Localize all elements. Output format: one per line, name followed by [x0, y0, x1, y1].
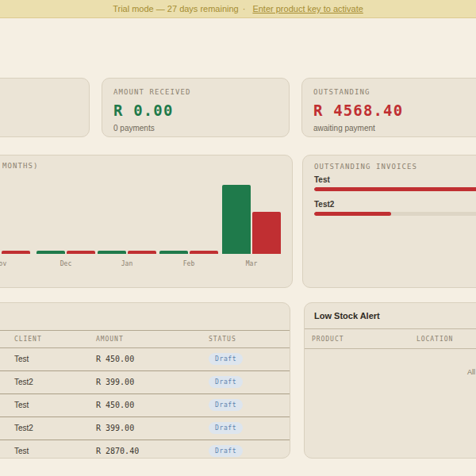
- low-stock-empty-text: All: [467, 368, 475, 376]
- invoice-progress-track: [314, 187, 476, 191]
- x-axis-label: Jan: [121, 260, 132, 267]
- bar-expenses-Jan: [128, 251, 156, 254]
- low-stock-panel: Low Stock Alert PRODUCT LOCATION All: [304, 302, 476, 459]
- bar-income-Mar: [222, 185, 251, 254]
- cashflow-chart-plot: NovDecJanFebMar: [0, 155, 292, 287]
- bar-expenses-Mar: [252, 212, 281, 254]
- cell-client: Test2: [14, 424, 33, 432]
- low-stock-title: Low Stock Alert: [314, 311, 380, 321]
- divider: [305, 328, 476, 329]
- status-badge: Draft: [209, 353, 243, 365]
- cell-amount: R 450.00: [96, 401, 134, 409]
- activate-link[interactable]: Enter product key to activate: [252, 4, 363, 13]
- outstanding-label: OUTSTANDING: [313, 88, 476, 96]
- column-header-status: STATUS: [209, 336, 236, 343]
- table-row[interactable]: Test2R 399.00Draft: [0, 417, 290, 440]
- table-row[interactable]: Test2R 399.00Draft: [0, 371, 290, 394]
- table-row[interactable]: TestR 450.00Draft: [0, 394, 290, 417]
- outstanding-invoices-panel: OUTSTANDING INVOICES TestTest2: [302, 155, 476, 288]
- trial-text: Trial mode — 27 days remaining: [113, 4, 239, 13]
- bar-income-Dec: [36, 251, 65, 254]
- cell-amount: R 450.00: [96, 355, 134, 363]
- status-badge: Draft: [209, 445, 243, 457]
- amount-received-subtext: 0 payments: [113, 124, 278, 132]
- cell-amount: R 399.00: [96, 378, 134, 386]
- outstanding-invoices-title: OUTSTANDING INVOICES: [314, 163, 417, 171]
- x-axis-label: Feb: [183, 260, 194, 267]
- divider: [305, 348, 476, 349]
- invoice-table-rows: TestR 450.00DraftTest2R 399.00DraftTestR…: [0, 348, 290, 463]
- dashboard-page: Trial mode — 27 days remaining · Enter p…: [0, 0, 476, 476]
- column-header-location: LOCATION: [416, 336, 453, 343]
- column-header-client: CLIENT: [14, 336, 42, 343]
- invoice-table-header: CLIENT AMOUNT STATUS: [0, 330, 290, 348]
- separator-dot: ·: [243, 4, 246, 13]
- table-row[interactable]: TestR 450.00Draft: [0, 348, 290, 371]
- column-header-product: PRODUCT: [312, 336, 344, 343]
- amount-received-value: R 0.00: [113, 102, 278, 119]
- x-axis-label: Nov: [0, 260, 6, 267]
- cell-amount: R 2870.40: [96, 447, 139, 455]
- invoice-progress-fill: [314, 187, 476, 191]
- cell-client: Test: [14, 401, 29, 409]
- invoice-progress-fill: [314, 212, 391, 216]
- invoices-table-card: CLIENT AMOUNT STATUS TestR 450.00DraftTe…: [0, 302, 290, 459]
- trial-banner: Trial mode — 27 days remaining · Enter p…: [0, 0, 476, 18]
- outstanding-value: R 4568.40: [313, 102, 476, 119]
- status-badge: Draft: [209, 376, 243, 388]
- x-axis-label: Mar: [246, 260, 257, 267]
- bar-expenses-Dec: [67, 251, 95, 254]
- bar-expenses-Nov: [2, 251, 30, 254]
- cell-client: Test2: [14, 378, 33, 386]
- cell-client: Test: [14, 447, 29, 455]
- cell-amount: R 399.00: [96, 424, 134, 432]
- bar-income-Jan: [98, 251, 126, 254]
- status-badge: Draft: [209, 399, 243, 411]
- amount-received-label: AMOUNT RECEIVED: [113, 88, 278, 96]
- cell-client: Test: [14, 355, 29, 363]
- status-badge: Draft: [209, 422, 243, 434]
- outstanding-subtext: awaiting payment: [313, 124, 476, 132]
- table-row[interactable]: TestR 2870.40Draft: [0, 440, 290, 463]
- stat-card-amount-received: AMOUNT RECEIVED R 0.00 0 payments: [102, 78, 290, 137]
- cashflow-chart-card: MONTHS) NovDecJanFebMar: [0, 155, 293, 288]
- x-axis-label: Dec: [60, 260, 71, 267]
- invoice-progress-label: Test: [314, 175, 330, 184]
- invoice-progress-track: [314, 212, 476, 216]
- invoice-progress-label: Test2: [314, 200, 334, 209]
- bar-expenses-Feb: [190, 251, 218, 254]
- bar-income-Feb: [159, 251, 188, 254]
- stat-card-cropped: [0, 78, 90, 137]
- column-header-amount: AMOUNT: [96, 336, 124, 343]
- stat-card-outstanding: OUTSTANDING R 4568.40 awaiting payment: [301, 78, 476, 137]
